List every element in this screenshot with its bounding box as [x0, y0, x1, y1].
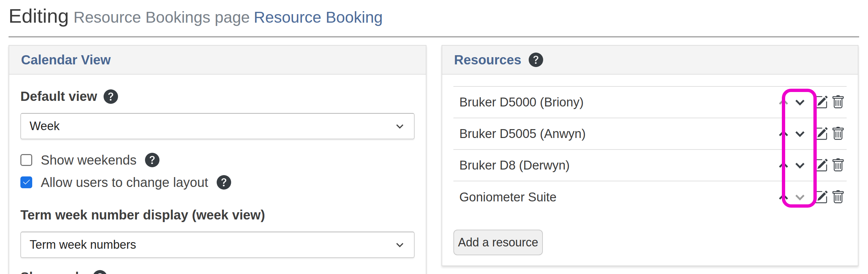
pencil-square-icon — [814, 190, 828, 204]
move-down-button[interactable] — [793, 95, 807, 109]
move-up-button[interactable] — [776, 127, 791, 141]
term-week-select[interactable]: Term week numbers — [20, 232, 414, 258]
default-view-label: Default view — [20, 89, 97, 104]
show-weekends-row: Show weekends — [20, 152, 414, 168]
page-subtitle: Resource Bookings page — [73, 8, 250, 26]
check-icon — [22, 178, 31, 187]
delete-resource-button[interactable] — [831, 158, 845, 172]
calendar-view-panel-header: Calendar View — [9, 46, 426, 75]
help-icon[interactable] — [93, 270, 107, 274]
move-down-button[interactable] — [793, 127, 807, 141]
trash-icon — [831, 158, 845, 172]
move-up-button[interactable] — [776, 158, 791, 172]
move-down-button[interactable] — [793, 190, 807, 204]
chevron-down-icon — [794, 191, 806, 203]
default-view-label-row: Default view — [20, 89, 414, 104]
show-weekends-checkbox[interactable] — [20, 154, 32, 166]
resources-panel-body: Bruker D5000 (Briony) Bruker D5005 (Anwy… — [442, 86, 858, 255]
editing-heading: Editing — [8, 5, 69, 27]
move-up-button[interactable] — [776, 95, 791, 109]
allow-layout-change-label: Allow users to change layout — [41, 175, 208, 190]
trash-icon — [831, 95, 845, 109]
allow-layout-change-checkbox[interactable] — [20, 176, 32, 188]
resource-row: Goniometer Suite — [454, 181, 847, 213]
help-icon[interactable] — [217, 175, 231, 190]
resource-name: Bruker D5000 (Briony) — [454, 95, 584, 109]
edit-resource-button[interactable] — [814, 127, 828, 141]
default-view-select[interactable]: Week — [20, 113, 414, 139]
help-icon[interactable] — [145, 153, 159, 167]
term-week-label: Term week number display (week view) — [20, 208, 265, 222]
allow-layout-change-row: Allow users to change layout — [20, 174, 414, 191]
show-only-label-row: Show only — [20, 270, 414, 274]
chevron-down-icon — [794, 159, 806, 171]
show-only-label: Show only — [20, 270, 86, 274]
edit-resource-button[interactable] — [814, 95, 828, 109]
resource-list: Bruker D5000 (Briony) Bruker D5005 (Anwy… — [454, 86, 847, 213]
term-week-label-row: Term week number display (week view) — [20, 208, 414, 222]
add-resource-button[interactable]: Add a resource — [454, 230, 543, 255]
chevron-down-icon — [394, 121, 405, 132]
resource-row: Bruker D5000 (Briony) — [454, 87, 847, 118]
resource-name: Bruker D5005 (Anwyn) — [454, 127, 586, 141]
resource-name: Goniometer Suite — [454, 190, 557, 204]
header-divider — [8, 36, 859, 37]
term-week-selected-value: Term week numbers — [30, 238, 136, 252]
resource-row: Bruker D5005 (Anwyn) — [454, 118, 847, 150]
page-title: EditingResource Bookings pageResource Bo… — [8, 5, 383, 27]
pencil-square-icon — [814, 127, 828, 141]
resource-actions — [776, 158, 847, 172]
resource-bookings-settings-screen: EditingResource Bookings pageResource Bo… — [0, 0, 868, 274]
calendar-view-panel: Calendar View Default view Week Show wee… — [8, 45, 427, 274]
help-icon[interactable] — [529, 53, 543, 67]
resource-booking-link[interactable]: Resource Booking — [254, 8, 383, 26]
delete-resource-button[interactable] — [831, 190, 845, 204]
default-view-selected-value: Week — [30, 119, 60, 133]
show-weekends-label: Show weekends — [41, 153, 136, 168]
resources-panel-header: Resources — [442, 46, 858, 75]
pencil-square-icon — [814, 158, 828, 172]
chevron-up-icon — [777, 96, 790, 108]
chevron-down-icon — [794, 96, 806, 108]
resource-actions — [776, 190, 847, 204]
move-up-button[interactable] — [776, 190, 791, 204]
delete-resource-button[interactable] — [831, 95, 845, 109]
trash-icon — [831, 127, 845, 141]
move-down-button[interactable] — [793, 158, 807, 172]
chevron-down-icon — [394, 239, 405, 250]
resource-row: Bruker D8 (Derwyn) — [454, 150, 847, 181]
calendar-view-panel-body: Default view Week Show weekends — [9, 75, 426, 274]
resource-actions — [776, 95, 847, 109]
resources-panel: Resources Bruker D5000 (Briony) Bruker D… — [441, 45, 859, 266]
delete-resource-button[interactable] — [831, 127, 845, 141]
chevron-up-icon — [777, 128, 790, 140]
chevron-up-icon — [777, 159, 790, 171]
edit-resource-button[interactable] — [814, 158, 828, 172]
help-icon[interactable] — [103, 89, 118, 104]
calendar-view-title: Calendar View — [21, 53, 111, 67]
resource-actions — [776, 127, 847, 141]
trash-icon — [831, 190, 845, 204]
chevron-down-icon — [794, 128, 806, 140]
resource-name: Bruker D8 (Derwyn) — [454, 158, 570, 172]
resources-title: Resources — [454, 53, 522, 67]
chevron-up-icon — [777, 191, 790, 203]
edit-resource-button[interactable] — [814, 190, 828, 204]
pencil-square-icon — [814, 95, 828, 109]
